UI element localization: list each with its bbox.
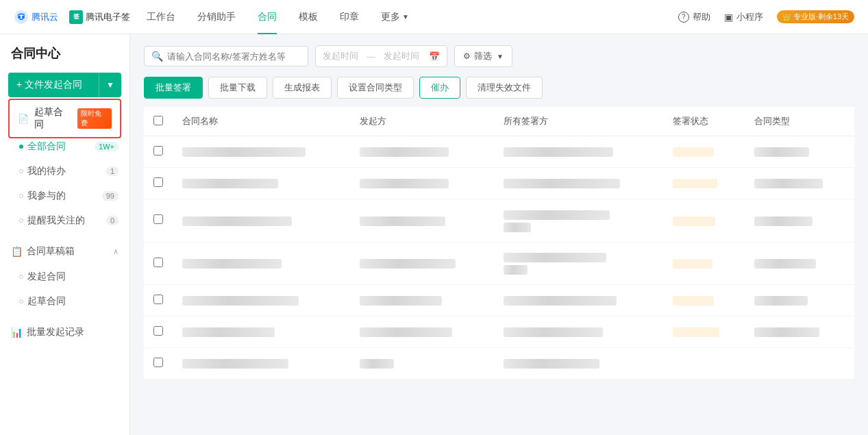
svg-point-2 <box>22 16 25 18</box>
status-badge <box>673 147 714 157</box>
nav-item-contract[interactable]: 合同 <box>258 0 277 34</box>
inactive-dot-icon-5 <box>19 299 23 303</box>
pro-icon: 👑 <box>782 13 791 21</box>
clear-invalid-button[interactable]: 清理失效文件 <box>466 77 543 99</box>
svg-point-1 <box>18 16 21 18</box>
row-checkbox[interactable] <box>153 326 163 336</box>
sidebar-item-participated[interactable]: 我参与的 99 <box>0 184 129 208</box>
search-input[interactable] <box>167 51 301 62</box>
nav-item-seal[interactable]: 印章 <box>340 0 359 34</box>
draft-contract-menuitem[interactable]: 📄 起草合同 限时免费 <box>10 100 120 137</box>
file-initiate-dropdown[interactable]: ▼ <box>99 73 121 97</box>
date-range-picker[interactable]: 发起时间 — 发起时间 📅 <box>315 45 447 67</box>
all-contracts-count: 1W+ <box>95 142 119 151</box>
table-row <box>144 199 854 243</box>
filter-button[interactable]: ⚙ 筛选 ▼ <box>454 45 512 67</box>
folders-items: 全部合同 1W+ 我的待办 1 我参与的 99 提醒我关注的 0 <box>0 134 129 233</box>
drafts-items: 发起合同 起草合同 <box>0 264 129 314</box>
remind-button[interactable]: 催办 <box>419 77 460 99</box>
initiator-cell <box>360 296 442 306</box>
batch-download-button[interactable]: 批量下载 <box>208 77 267 99</box>
sidebar-item-reminded[interactable]: 提醒我关注的 0 <box>0 208 129 233</box>
esign-logo[interactable]: 签 腾讯电子签 <box>69 10 130 24</box>
sidebar-section-drafts: 📋 合同草稿箱 ∧ 发起合同 起草合同 <box>0 238 129 314</box>
contract-name-cell <box>182 296 299 306</box>
inactive-dot-icon-3 <box>19 219 23 223</box>
filter-arrow-icon: ▼ <box>497 53 504 60</box>
pro-badge[interactable]: 👑 专业版·剩余13天 <box>777 10 854 23</box>
contract-name-cell <box>182 147 306 157</box>
more-arrow-icon: ▼ <box>402 13 409 21</box>
row-checkbox[interactable] <box>153 177 163 187</box>
header-all-signers: 所有签署方 <box>494 107 663 136</box>
help-button[interactable]: ? 帮助 <box>678 11 710 23</box>
tencent-cloud-logo[interactable]: 腾讯云 <box>14 10 58 25</box>
calendar-icon: 📅 <box>429 51 440 62</box>
table-header: 合同名称 发起方 所有签署方 签署状态 合同类型 <box>144 107 854 136</box>
nav-item-distribution[interactable]: 分销助手 <box>197 0 236 34</box>
contract-name-cell <box>182 179 278 188</box>
nav-item-more[interactable]: 更多 ▼ <box>381 0 409 34</box>
row-checkbox[interactable] <box>153 258 163 267</box>
initiator-cell <box>360 259 456 269</box>
nav-item-workbench[interactable]: 工作台 <box>147 0 175 34</box>
select-all-checkbox[interactable] <box>153 116 163 125</box>
miniprogram-button[interactable]: ▣ 小程序 <box>724 11 763 23</box>
inactive-dot-icon <box>19 169 23 173</box>
table-row <box>144 348 854 380</box>
svg-point-0 <box>14 10 28 24</box>
action-bar: 批量签署 批量下载 生成报表 设置合同类型 催办 清理失效文件 <box>144 77 854 99</box>
drafts-icon: 📋 <box>11 246 23 257</box>
active-dot-icon <box>19 145 23 149</box>
contract-name-cell <box>182 359 288 369</box>
draft-icon: 📄 <box>18 114 29 124</box>
signers-cell <box>504 253 606 262</box>
type-cell <box>754 216 813 226</box>
file-initiate-submenu: 📄 起草合同 限时免费 <box>8 99 121 138</box>
batch-section-header[interactable]: 📊 批量发起记录 <box>0 319 129 345</box>
top-navigation: 腾讯云 签 腾讯电子签 工作台 分销助手 合同 模板 印章 更多 ▼ ? 帮助 <box>0 0 868 34</box>
limit-free-badge: 限时免费 <box>77 108 112 129</box>
contract-name-cell <box>182 327 275 337</box>
status-badge <box>673 296 714 306</box>
signers-extra <box>504 223 531 232</box>
table-row <box>144 242 854 285</box>
signers-cell <box>504 179 620 188</box>
file-initiate-button[interactable]: + 文件发起合同 <box>8 73 99 97</box>
type-cell <box>754 259 816 269</box>
header-checkbox-cell <box>144 107 173 136</box>
table-row <box>144 136 854 168</box>
help-icon: ? <box>678 12 689 23</box>
reminded-count: 0 <box>106 216 119 225</box>
table-row <box>144 316 854 348</box>
type-cell <box>754 179 823 188</box>
sidebar-action-area: + 文件发起合同 ▼ 📄 起草合同 限时免费 <box>0 73 129 97</box>
row-checkbox[interactable] <box>153 295 163 304</box>
signers-cell <box>504 327 603 337</box>
set-contract-type-button[interactable]: 设置合同类型 <box>337 77 414 99</box>
type-cell <box>754 327 819 337</box>
initiator-cell <box>360 179 449 188</box>
nav-item-template[interactable]: 模板 <box>299 0 318 34</box>
contracts-table: 合同名称 发起方 所有签署方 签署状态 合同类型 <box>144 107 854 380</box>
drafts-section-header[interactable]: 📋 合同草稿箱 ∧ <box>0 238 129 264</box>
search-box[interactable]: 🔍 <box>144 46 308 66</box>
participated-count: 99 <box>102 191 119 201</box>
row-checkbox[interactable] <box>153 146 163 156</box>
generate-report-button[interactable]: 生成报表 <box>273 77 332 99</box>
my-pending-count: 1 <box>106 166 119 176</box>
sidebar-item-my-pending[interactable]: 我的待办 1 <box>0 159 129 184</box>
content-toolbar: 🔍 发起时间 — 发起时间 📅 ⚙ 筛选 ▼ <box>144 45 854 67</box>
row-checkbox[interactable] <box>153 358 163 367</box>
logo-area: 腾讯云 签 腾讯电子签 <box>14 10 130 25</box>
sidebar: 合同中心 + 文件发起合同 ▼ 📄 起草合同 限时免费 📁 合同文件夹 <box>0 34 130 435</box>
esign-logo-icon: 签 <box>69 10 83 24</box>
inactive-dot-icon-4 <box>19 275 23 279</box>
batch-sign-button[interactable]: 批量签署 <box>144 77 203 99</box>
sidebar-item-draft-contract[interactable]: 起草合同 <box>0 289 129 314</box>
status-badge <box>673 216 715 226</box>
signers-cell <box>504 359 599 369</box>
initiator-cell <box>360 216 445 226</box>
sidebar-item-initiate-contract[interactable]: 发起合同 <box>0 264 129 289</box>
row-checkbox[interactable] <box>153 214 163 224</box>
